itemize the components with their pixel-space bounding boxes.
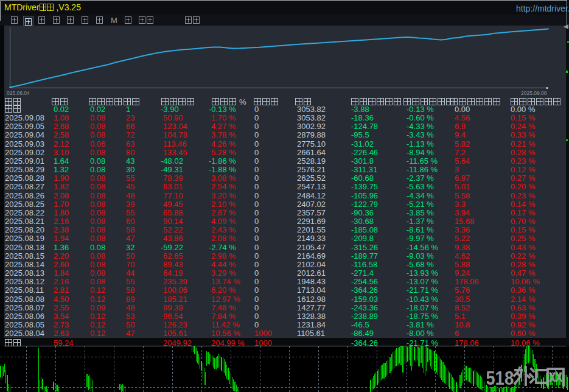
svg-text:518: 518 (487, 367, 514, 388)
